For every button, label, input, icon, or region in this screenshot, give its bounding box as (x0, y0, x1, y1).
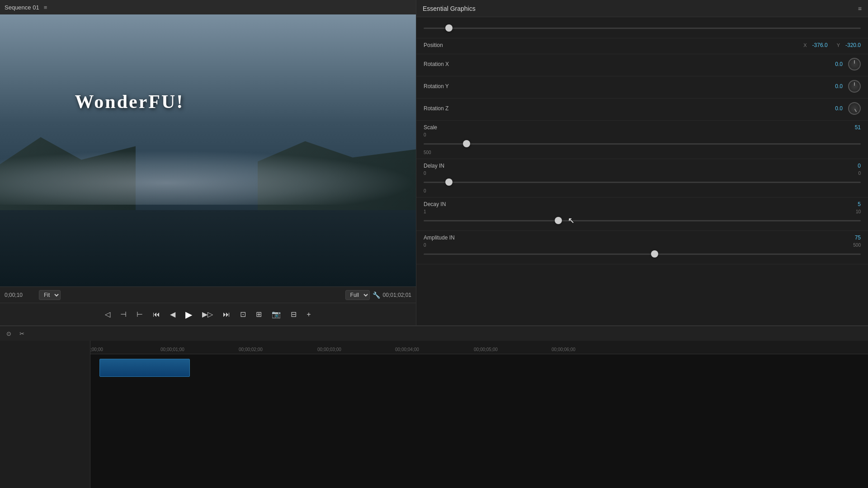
quality-dropdown[interactable]: Full (345, 290, 370, 300)
amplitude-in-slider[interactable] (424, 249, 861, 258)
amplitude-in-row: Amplitude IN 75 0 500 (416, 231, 868, 264)
step-forward-button[interactable]: ▶▷ (200, 308, 215, 320)
video-controls-bar: 0;00;10 Fit Full 🔧 00;01;02;01 (0, 286, 416, 303)
scale-track (424, 143, 861, 145)
scale-row: Scale 51 0 500 (416, 121, 868, 159)
hamburger-icon[interactable]: ≡ (44, 4, 47, 11)
split-right-button[interactable]: ⊢ (135, 308, 145, 320)
ruler-mark-6: 00;00;06;00 (552, 347, 576, 352)
rotation-x-label-row: Rotation X 0.0 (424, 58, 861, 70)
delay-in-slider[interactable] (424, 178, 861, 187)
split-button[interactable]: ⊣ (118, 308, 128, 320)
scale-label-row: Scale 51 (424, 124, 861, 131)
rotation-x-value[interactable]: 0.0 (835, 61, 843, 67)
eg-menu-icon[interactable]: ≡ (858, 5, 862, 12)
decay-in-slider[interactable]: ↖ (424, 216, 861, 225)
x-label: X (803, 42, 807, 48)
delay-in-track (424, 182, 861, 183)
add-button[interactable]: + (305, 309, 312, 320)
play-button[interactable]: ▶ (184, 307, 194, 322)
snap-button[interactable]: ⊙ (5, 329, 13, 338)
timeline-ruler: ;00;00 00;00;01;00 00;00;02;00 00;00;03;… (90, 341, 868, 354)
rotation-z-label-row: Rotation Z 0.0 (424, 102, 861, 115)
sequence-title: Sequence 01 (5, 4, 39, 11)
amplitude-in-track (424, 253, 861, 255)
ruler-mark-0: ;00;00 (90, 347, 103, 352)
overlay-button[interactable]: ⊟ (289, 308, 298, 320)
fit-dropdown[interactable]: Fit (39, 290, 61, 300)
lift-button[interactable]: ⊡ (238, 308, 248, 320)
delay-in-value-right[interactable]: 0 (858, 163, 861, 169)
essential-graphics-panel: Essential Graphics ≡ Position X -376.0 (416, 0, 868, 325)
delay-in-row: Delay IN 0 0 0 0 (416, 159, 868, 197)
water-decoration (0, 210, 416, 286)
rotation-z-label: Rotation Z (424, 105, 448, 112)
timeline-body: ;00;00 00;00;01;00 00;00;02;00 00;00;03;… (0, 341, 868, 488)
video-panel: Sequence 01 ≡ WonderFU! 0;00;10 (0, 0, 416, 325)
ruler-mark-3: 00;00;03;00 (317, 347, 341, 352)
amplitude-in-label: Amplitude IN (424, 235, 455, 241)
decay-in-row: Decay IN 5 1 10 ↖ (416, 197, 868, 231)
mark-in-button[interactable]: ◁ (103, 308, 112, 320)
extract-button[interactable]: ⊞ (254, 308, 264, 320)
rotation-x-dial[interactable] (848, 58, 861, 70)
delay-in-minmax-bottom: 0 (424, 188, 861, 193)
transport-bar: ◁ ⊣ ⊢ ⏮ ◀ ▶ ▶▷ ⏭ ⊡ ⊞ 📷 ⊟ + (0, 303, 416, 325)
amplitude-in-value[interactable]: 75 (855, 235, 861, 241)
decay-in-track (424, 220, 861, 221)
scale-thumb[interactable] (463, 140, 470, 147)
position-top-slider[interactable] (424, 23, 861, 33)
fog-decoration (0, 150, 416, 205)
timecode-left: 0;00;10 (5, 292, 36, 298)
decay-in-label: Decay IN (424, 201, 446, 207)
timecode-right: 00;01;02;01 (383, 292, 411, 298)
go-to-out-button[interactable]: ⏭ (221, 309, 232, 320)
ruler-mark-4: 00;00;04;00 (395, 347, 419, 352)
step-back-button[interactable]: ◀ (168, 308, 177, 320)
rotation-z-value[interactable]: 0.0 (835, 105, 843, 112)
go-to-in-button[interactable]: ⏮ (151, 309, 162, 320)
position-y-value[interactable]: -320.0 (845, 42, 861, 48)
bottom-timeline-area: ⊙ ✂ ;00;00 00;00;01;00 00;00;02;00 00;00… (0, 325, 868, 488)
position-x-value[interactable]: -376.0 (812, 42, 828, 48)
ruler-mark-1: 00;00;01;00 (160, 347, 184, 352)
rotation-x-row: Rotation X 0.0 (416, 54, 868, 76)
y-label: Y (837, 42, 840, 48)
razor-button[interactable]: ✂ (18, 329, 26, 338)
clip-block[interactable] (99, 359, 190, 377)
delay-in-thumb[interactable] (445, 178, 453, 186)
amplitude-in-label-row: Amplitude IN 75 (424, 235, 861, 241)
rotation-y-label-row: Rotation Y 0.0 (424, 80, 861, 93)
position-values: X -376.0 Y -320.0 (803, 42, 861, 48)
scale-label: Scale (424, 124, 437, 131)
position-top-track (424, 28, 861, 29)
eg-header: Essential Graphics ≡ (416, 0, 868, 17)
scale-minmax: 0 (424, 132, 861, 137)
scale-value[interactable]: 51 (855, 124, 861, 131)
ruler-mark-5: 00;00;05;00 (474, 347, 498, 352)
timeline-track-labels (0, 341, 90, 488)
amplitude-in-minmax: 0 500 (424, 243, 861, 248)
delay-in-label-row: Delay IN 0 (424, 163, 861, 169)
settings-icon[interactable]: 🔧 (373, 291, 380, 299)
ruler-mark-2: 00;00;02;00 (239, 347, 263, 352)
rotation-x-label: Rotation X (424, 61, 449, 67)
camera-button[interactable]: 📷 (270, 308, 283, 320)
video-viewport: WonderFU! (0, 14, 416, 286)
decay-in-label-row: Decay IN 5 (424, 201, 861, 207)
scale-slider[interactable] (424, 139, 861, 148)
position-row: Position X -376.0 Y -320.0 (416, 38, 868, 54)
delay-in-minmax: 0 0 (424, 171, 861, 176)
decay-in-thumb[interactable] (555, 217, 562, 224)
rotation-y-row: Rotation Y 0.0 (416, 76, 868, 99)
decay-in-value[interactable]: 5 (858, 201, 861, 207)
rotation-y-value[interactable]: 0.0 (835, 83, 843, 89)
position-top-slider-container (416, 17, 868, 38)
position-top-thumb[interactable] (445, 24, 453, 32)
rotation-z-row: Rotation Z 0.0 (416, 99, 868, 121)
rotation-y-dial[interactable] (848, 80, 861, 93)
amplitude-in-thumb[interactable] (651, 250, 658, 258)
position-label: Position (424, 42, 443, 48)
decay-in-minmax: 1 10 (424, 209, 861, 214)
rotation-z-dial[interactable] (846, 100, 863, 117)
